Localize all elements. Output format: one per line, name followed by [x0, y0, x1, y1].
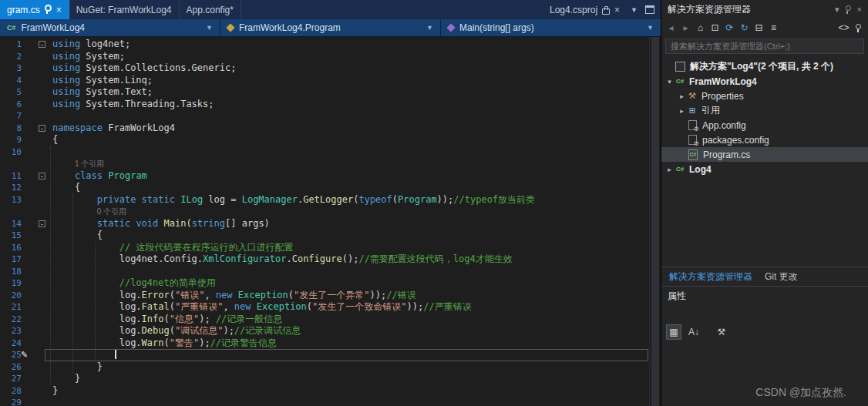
code-line-25[interactable]: 25✎: [0, 349, 650, 361]
tab-nuget-framworklog4[interactable]: NuGet: FramWorkLog4: [69, 0, 180, 19]
code-line-14[interactable]: 14- static void Main(string[] args): [0, 218, 650, 230]
tab-list-dropdown-icon[interactable]: ▼: [631, 6, 638, 14]
code-line-24[interactable]: 24 log.Warn("警告");//记录警告信息: [0, 337, 650, 350]
search-input[interactable]: [665, 39, 864, 54]
code-line-13[interactable]: 13 private static ILog log = LogManager.…: [0, 194, 650, 206]
code-line-10[interactable]: 10: [0, 146, 650, 159]
scrollbar-thumb[interactable]: [651, 37, 659, 406]
code-line-15[interactable]: 15 {: [0, 230, 650, 242]
editor-scrollbar[interactable]: [649, 37, 661, 406]
fold-collapse-icon[interactable]: -: [39, 173, 45, 180]
breakpoint-margin[interactable]: [26, 39, 37, 51]
code-line-21[interactable]: 21 log.Fatal("严重错误", new Exception("发生了一…: [0, 301, 650, 314]
close-icon[interactable]: ×: [614, 5, 620, 15]
tab-solution-explorer[interactable]: 解决方案资源管理器: [669, 270, 752, 284]
code-line-12[interactable]: 12 {: [0, 182, 650, 194]
code-editor[interactable]: 1-using log4net;2using System;3using Sys…: [0, 37, 661, 406]
tree-item-properties[interactable]: ▸⚒Properties: [661, 89, 868, 103]
breakpoint-margin[interactable]: [26, 99, 37, 111]
tab-app-config[interactable]: App.config*: [180, 0, 241, 19]
tab-git-changes[interactable]: Git 更改: [765, 270, 798, 284]
code-line-8[interactable]: 8-namespace FramWorkLog4: [0, 122, 650, 135]
codelens-references[interactable]: 0 个引用: [52, 206, 126, 218]
code-line-29[interactable]: 29: [0, 397, 650, 406]
code-line-1[interactable]: 1-using log4net;: [0, 39, 650, 51]
breakpoint-margin[interactable]: [26, 290, 37, 302]
categorized-icon[interactable]: ▦: [666, 324, 681, 340]
close-icon[interactable]: ×: [56, 5, 62, 15]
close-icon[interactable]: ×: [857, 5, 862, 14]
collapsed-arrow-icon[interactable]: ▸: [677, 107, 687, 115]
code-line-23[interactable]: 23 log.Debug("调试信息");//记录调试信息: [0, 325, 650, 337]
pin-icon[interactable]: [846, 5, 851, 14]
breakpoint-margin[interactable]: [26, 277, 37, 290]
breakpoint-margin[interactable]: [26, 110, 37, 122]
switch-views-icon[interactable]: ⊡: [708, 21, 722, 35]
forward-icon[interactable]: ▸: [679, 21, 692, 35]
code-line-2[interactable]: 2using System;: [0, 51, 650, 63]
breakpoint-margin[interactable]: [26, 385, 37, 398]
code-line-4[interactable]: 4using System.Linq;: [0, 75, 650, 87]
collapsed-arrow-icon[interactable]: ▸: [664, 166, 675, 173]
code-line-22[interactable]: 22 log.Info("信息"); //记录一般信息: [0, 314, 650, 326]
fold-collapse-icon[interactable]: -: [39, 41, 45, 48]
breakpoint-margin[interactable]: [26, 337, 37, 350]
code-line-20[interactable]: 20 log.Error("错误", new Exception("发生了一个异…: [0, 290, 650, 302]
pin-icon[interactable]: [45, 5, 52, 12]
code-line-18[interactable]: 18: [0, 266, 650, 278]
breakpoint-margin[interactable]: [26, 146, 37, 159]
breakpoint-margin[interactable]: [26, 122, 37, 135]
type-dropdown[interactable]: FramWorkLog4.Program ▼: [220, 19, 441, 36]
code-line-5[interactable]: 5using System.Text;: [0, 86, 650, 99]
member-dropdown[interactable]: Main(string[] args) ▼: [441, 19, 661, 36]
fold-collapse-icon[interactable]: -: [39, 220, 45, 227]
breakpoint-margin[interactable]: [26, 301, 37, 314]
back-icon[interactable]: ◂: [664, 21, 678, 35]
code-line-17[interactable]: 17 log4net.Config.XmlConfigurator.Config…: [0, 253, 650, 266]
codelens-row[interactable]: 1 个引用: [0, 158, 650, 170]
codelens-row[interactable]: 0 个引用: [0, 206, 650, 218]
breakpoint-margin[interactable]: [26, 325, 37, 337]
code-line-16[interactable]: 16 // 这段代码要在程序运行的入口进行配置: [0, 242, 650, 254]
code-line-26[interactable]: 26 }: [0, 361, 650, 374]
preview-pin-icon[interactable]: [852, 21, 865, 35]
code-line-28[interactable]: 28}: [0, 385, 650, 398]
tree-item-appconfig[interactable]: ⚙App.config: [661, 118, 868, 133]
breakpoint-margin[interactable]: [26, 194, 37, 206]
code-line-27[interactable]: 27 }: [0, 373, 650, 385]
window-menu-icon[interactable]: ▾: [835, 5, 839, 15]
code-line-6[interactable]: 6using System.Threading.Tasks;: [0, 99, 650, 111]
breakpoint-margin[interactable]: [26, 86, 37, 99]
breakpoint-margin[interactable]: [26, 242, 37, 254]
code-line-7[interactable]: 7: [0, 110, 650, 122]
tree-item-framworklog4[interactable]: ▾C#FramWorkLog4: [661, 74, 868, 89]
breakpoint-margin[interactable]: [26, 75, 37, 87]
collapsed-arrow-icon[interactable]: ▸: [677, 92, 687, 100]
refresh-icon[interactable]: ↻: [738, 21, 751, 35]
code-line-3[interactable]: 3using System.Collections.Generic;: [0, 62, 650, 75]
show-all-files-icon[interactable]: ≡: [767, 21, 780, 35]
breakpoint-margin[interactable]: [26, 51, 37, 63]
code-line-11[interactable]: 11- class Program: [0, 170, 650, 183]
code-line-9[interactable]: 9{: [0, 134, 650, 146]
tree-item-packagesconfig[interactable]: ⚙packages.config: [661, 133, 868, 147]
breakpoint-margin[interactable]: [26, 230, 37, 242]
codelens-references[interactable]: 1 个引用: [52, 158, 104, 170]
float-window-icon[interactable]: [645, 5, 654, 14]
code-line-19[interactable]: 19 //log4net的简单使用: [0, 277, 650, 290]
breakpoint-margin[interactable]: [26, 373, 37, 385]
breakpoint-margin[interactable]: [26, 361, 37, 374]
breakpoint-margin[interactable]: [26, 253, 37, 266]
breakpoint-margin[interactable]: [26, 314, 37, 326]
breakpoint-margin[interactable]: [26, 62, 37, 75]
home-icon[interactable]: ⌂: [694, 21, 707, 35]
tab-program-cs[interactable]: gram.cs ×: [0, 0, 69, 19]
tree-item-programcs[interactable]: C#Program.cs: [661, 147, 868, 162]
tree-item-references[interactable]: ▸⊞引用: [661, 103, 868, 118]
breakpoint-margin[interactable]: [26, 182, 37, 194]
breakpoint-margin[interactable]: [26, 218, 37, 230]
view-code-icon[interactable]: <>: [837, 21, 850, 35]
breakpoint-margin[interactable]: [26, 170, 37, 183]
tree-item-solution[interactable]: 解决方案"Log4"(2 个项目, 共 2 个): [661, 59, 868, 74]
tab-log4-csproj[interactable]: Log4.csproj ×: [547, 5, 623, 15]
